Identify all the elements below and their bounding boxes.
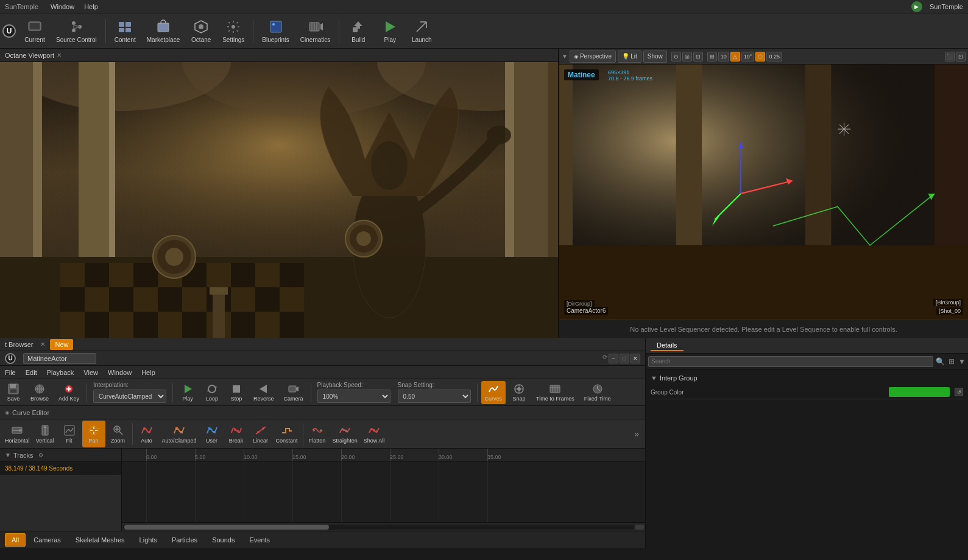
mat-time-to-frames-btn[interactable]: Time to Frames [532, 381, 578, 404]
toolbar-settings[interactable]: Settings [217, 16, 249, 46]
octane-tab-close[interactable]: ✕ [57, 52, 62, 58]
vp-lit-btn[interactable]: 💡 Lit [618, 51, 641, 63]
curve-constant-btn[interactable]: Constant [274, 421, 300, 447]
octane-viewport-tab[interactable]: Octane Viewport ✕ [0, 49, 558, 62]
details-grid-icon[interactable]: ⊞ [949, 357, 955, 366]
asset-browser-label[interactable]: t Browser [5, 341, 33, 348]
vp-maximize-icon[interactable]: ⬛ [945, 52, 955, 61]
vp-perspective-btn[interactable]: ◈ Perspective [570, 51, 616, 63]
scrollbar-track[interactable] [123, 525, 634, 530]
mat-snap-btn[interactable]: Snap [508, 381, 530, 404]
curve-auto-btn[interactable]: Auto [135, 421, 158, 447]
toolbar-play[interactable]: Play [375, 16, 405, 46]
menu-file[interactable]: File [5, 369, 16, 376]
mat-curves-btn[interactable]: Curves [481, 381, 506, 404]
menu-window[interactable]: Window [51, 3, 74, 10]
curve-zoom-btn[interactable]: Zoom [107, 421, 130, 447]
matinee-close-btn[interactable]: ✕ [631, 354, 640, 363]
menu-view[interactable]: View [83, 369, 98, 376]
mat-browse-btn[interactable]: Browse [27, 381, 52, 404]
curve-break-btn[interactable]: Break [225, 421, 248, 447]
menu-edit[interactable]: Edit [26, 369, 37, 376]
curve-show-all-btn[interactable]: Show All [361, 421, 387, 447]
scroll-end-btn[interactable] [635, 525, 644, 530]
menu-window[interactable]: Window [108, 369, 132, 376]
curve-vertical-btn[interactable]: Vertical [34, 421, 57, 447]
curve-autoclamped-btn[interactable]: Auto/Clamped [160, 421, 199, 447]
mat-fixed-time-btn[interactable]: Fixed Time [581, 381, 615, 404]
ruler-tick-7: 35.00 [487, 449, 488, 461]
toolbar-blueprints[interactable]: Blueprints [257, 16, 294, 46]
vp-show-btn[interactable]: Show [643, 51, 667, 63]
octane-canvas[interactable] [0, 62, 558, 338]
vp-restore-icon[interactable]: ⊡ [956, 52, 966, 61]
details-search-input[interactable] [648, 356, 933, 367]
details-search-icon[interactable]: 🔍 [936, 357, 945, 366]
menu-playback[interactable]: Playback [47, 369, 74, 376]
filter-lights-btn[interactable]: Lights [133, 533, 164, 547]
curve-fit-btn[interactable]: Fit [58, 421, 81, 447]
ue-logo[interactable]: U [2, 24, 16, 38]
menu-help[interactable]: Help [84, 3, 98, 10]
tracks-expand-arrow[interactable]: ▼ [5, 452, 11, 458]
mat-save-btn[interactable]: Save [2, 381, 24, 404]
toolbar-content[interactable]: Content [110, 16, 141, 46]
filter-particles-btn[interactable]: Particles [165, 533, 204, 547]
playback-speed-select[interactable]: 100% [317, 390, 390, 403]
vp-grid-icon[interactable]: ⊞ [707, 52, 717, 61]
mat-camera-btn[interactable]: Camera [280, 381, 307, 404]
curve-user-btn[interactable]: User [200, 421, 224, 447]
mat-play-btn[interactable]: Play [177, 381, 199, 404]
vp-grid-value[interactable]: 10 [718, 52, 729, 61]
vp-icon-2[interactable]: ◎ [682, 52, 692, 61]
curve-flatten-btn[interactable]: Flatten [306, 421, 329, 447]
vp-scale-icon[interactable]: ⬡ [755, 52, 765, 61]
matinee-restore-btn[interactable]: □ [620, 354, 629, 363]
curve-pan-btn[interactable]: Pan [82, 421, 105, 447]
vp-icon-1[interactable]: ⊙ [671, 52, 681, 61]
vp-icon-3[interactable]: ⊡ [693, 52, 703, 61]
timeline-scrollbar[interactable] [122, 522, 645, 531]
curve-horizontal-btn[interactable]: Horizontal [2, 421, 32, 447]
details-tab[interactable]: Details [651, 340, 684, 351]
scrollbar-thumb[interactable] [124, 525, 329, 530]
filter-skeletal-meshes-btn[interactable]: Skeletal Meshes [69, 533, 132, 547]
mat-loop-btn[interactable]: Loop [201, 381, 223, 404]
group-color-swatch[interactable] [889, 387, 950, 397]
vp-scale-value[interactable]: 0.25 [766, 52, 782, 61]
vp-angle-icon[interactable]: △ [730, 52, 740, 61]
menu-help-mat[interactable]: Help [141, 369, 155, 376]
timeline-tracks-area[interactable] [122, 462, 645, 522]
filter-cameras-btn[interactable]: Cameras [27, 533, 68, 547]
color-reset-btn[interactable]: ↺ [955, 388, 963, 396]
curve-linear-btn[interactable]: Linear [249, 421, 272, 447]
toolbar-cinematics[interactable]: Cinematics [295, 16, 335, 46]
toolbar-current[interactable]: Current [19, 16, 50, 46]
filter-all-btn[interactable]: All [5, 533, 26, 547]
interp-group-expand[interactable]: ▼ [651, 374, 657, 382]
mat-reverse-btn[interactable]: Reverse [250, 381, 278, 404]
vp-dropdown-arrow[interactable]: ▼ [562, 53, 568, 60]
toolbar-launch[interactable]: Launch [406, 16, 437, 46]
interpolation-select[interactable]: CurveAutoClamped [93, 390, 166, 403]
mat-stop-btn[interactable]: Stop [225, 381, 247, 404]
mat-add-key-btn[interactable]: Add Key [55, 381, 83, 404]
filter-events-btn[interactable]: Events [242, 533, 277, 547]
toolbar-octane[interactable]: Octane [186, 16, 216, 46]
right-viewport-canvas[interactable]: Matinee 695×391 70.8 - 76.9 frames Camer… [559, 65, 968, 320]
filter-sounds-btn[interactable]: Sounds [205, 533, 241, 547]
curve-expand-btn[interactable]: » [631, 429, 643, 439]
details-options-icon[interactable]: ▼ [958, 357, 966, 366]
toolbar-marketplace[interactable]: Marketplace [142, 16, 185, 46]
tracks-options[interactable]: ⚙ [38, 452, 43, 458]
curve-straighten-btn[interactable]: Straighten [330, 421, 360, 447]
vp-angle-value[interactable]: 10° [741, 52, 755, 61]
matinee-minimize-btn[interactable]: − [609, 354, 618, 363]
asset-browser-close[interactable]: ✕ [40, 341, 45, 348]
toolbar-source-control[interactable]: Source Control [51, 16, 102, 46]
snap-setting-select[interactable]: 0.50 [398, 390, 471, 403]
matinee-expand-icon[interactable]: ⟳ [602, 354, 607, 363]
toolbar-build[interactable]: Build [343, 16, 373, 46]
new-button[interactable]: New [50, 339, 73, 350]
svg-rect-7 [119, 28, 124, 32]
